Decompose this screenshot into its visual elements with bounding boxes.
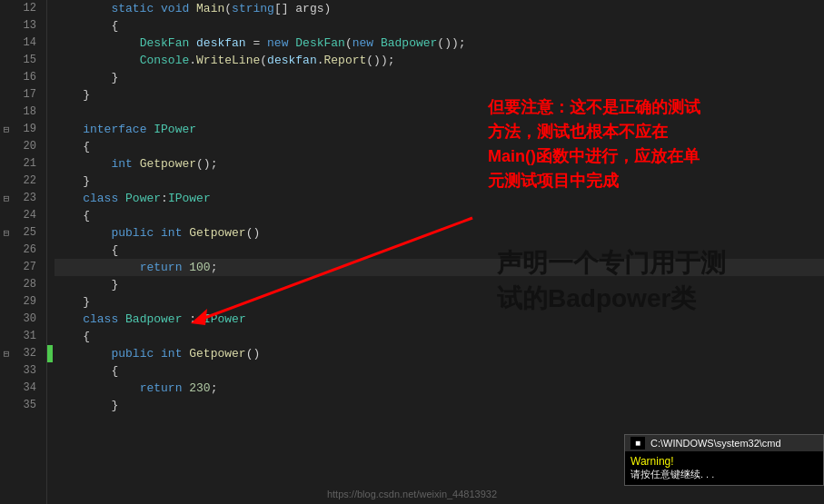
line-row: 30: [0, 311, 46, 328]
line-row: 20: [0, 138, 46, 155]
code-line-32: public int Getpower(): [55, 345, 824, 362]
line-indicator: [0, 380, 13, 397]
line-indicator: [0, 207, 13, 224]
terminal-title: C:\WINDOWS\system32\cmd: [650, 438, 781, 449]
line-indicator: [0, 397, 13, 414]
line-number: 18: [13, 104, 42, 121]
active-line-indicator: [47, 345, 53, 362]
line-row: 33: [0, 362, 46, 380]
line-indicator: [0, 35, 13, 52]
line-indicator: [0, 311, 13, 328]
code-editor: 12 13 14 15 16 17 18: [0, 0, 824, 504]
code-line-15: Console.WriteLine(deskfan.Report());: [55, 52, 824, 69]
line-number: 25: [13, 224, 42, 242]
code-line-14: DeskFan deskfan = new DeskFan(new Badpow…: [55, 35, 824, 52]
line-row: 24: [0, 207, 46, 224]
line-row: 15: [0, 52, 46, 69]
line-numbers: 12 13 14 15 16 17 18: [0, 0, 47, 504]
line-indicator: [0, 0, 13, 17]
line-row: ⊟ 32: [0, 345, 46, 362]
code-line-24: {: [55, 207, 824, 224]
code-line-25: public int Getpower(): [55, 224, 824, 242]
line-indicator: [0, 138, 13, 155]
line-number: 17: [13, 86, 42, 104]
line-indicator: [0, 242, 13, 259]
code-line-35: }: [55, 397, 824, 414]
code-lines: static void Main(string[] args) { DeskFa…: [47, 0, 824, 414]
terminal-warning: Warning!: [630, 455, 818, 468]
line-row: ⊟ 19: [0, 121, 46, 138]
code-line-34: return 230;: [55, 380, 824, 397]
line-number: 22: [13, 173, 42, 190]
line-number: 28: [13, 276, 42, 293]
line-row: 29: [0, 293, 46, 311]
line-indicator: [0, 17, 13, 35]
line-number: 13: [13, 17, 42, 35]
collapse-icon[interactable]: ⊟: [0, 224, 13, 242]
line-indicator: [0, 86, 13, 104]
line-row: 35: [0, 397, 46, 414]
collapse-icon[interactable]: ⊟: [0, 345, 13, 362]
line-indicator: [0, 293, 13, 311]
collapse-icon[interactable]: ⊟: [0, 190, 13, 207]
annotation-box-1: 但要注意：这不是正确的测试 方法，测试也根本不应在 Main()函数中进行，应放…: [488, 95, 815, 193]
line-row: 13: [0, 17, 46, 35]
line-row: 14: [0, 35, 46, 52]
code-line-12: static void Main(string[] args): [55, 0, 824, 17]
line-number: 35: [13, 397, 42, 414]
line-row: 26: [0, 242, 46, 259]
code-line-13: {: [55, 17, 824, 35]
line-row: 34: [0, 380, 46, 397]
terminal-popup: ■ C:\WINDOWS\system32\cmd Warning! 请按任意键…: [624, 434, 824, 486]
line-row: ⊟ 25: [0, 224, 46, 242]
line-number: 29: [13, 293, 42, 311]
line-number: 34: [13, 380, 42, 397]
code-line-31: {: [55, 328, 824, 345]
line-indicator: [0, 276, 13, 293]
line-row: 31: [0, 328, 46, 345]
line-number: 16: [13, 69, 42, 86]
line-number: 20: [13, 138, 42, 155]
line-row: 28: [0, 276, 46, 293]
line-indicator: [0, 69, 13, 86]
line-number: 12: [13, 0, 42, 17]
line-number: 15: [13, 52, 42, 69]
line-indicator: [0, 155, 13, 173]
line-number: 14: [13, 35, 42, 52]
terminal-body: Warning! 请按任意键继续. . .: [625, 451, 823, 485]
annotation-box-2: 声明一个专门用于测试的Badpower类: [497, 245, 815, 316]
line-row: 21: [0, 155, 46, 173]
code-line-16: }: [55, 69, 824, 86]
line-number: 21: [13, 155, 42, 173]
terminal-titlebar: ■ C:\WINDOWS\system32\cmd: [625, 435, 823, 451]
line-number: 32: [13, 345, 42, 362]
line-row: 12: [0, 0, 46, 17]
line-number: 31: [13, 328, 42, 345]
annotation-note-2: 声明一个专门用于测试的Badpower类: [497, 245, 815, 316]
line-number: 30: [13, 311, 42, 328]
line-row: 27: [0, 259, 46, 276]
line-number: 33: [13, 362, 42, 380]
collapse-icon[interactable]: ⊟: [0, 121, 13, 138]
line-number: 24: [13, 207, 42, 224]
line-indicator: [0, 104, 13, 121]
annotation-note-1: 但要注意：这不是正确的测试 方法，测试也根本不应在 Main()函数中进行，应放…: [488, 95, 815, 193]
code-line-33: {: [55, 362, 824, 380]
line-number: 26: [13, 242, 42, 259]
line-indicator: [0, 362, 13, 380]
terminal-cmd-icon: ■: [630, 437, 645, 450]
line-indicator: [0, 52, 13, 69]
line-row: ⊟ 23: [0, 190, 46, 207]
line-indicator: [0, 259, 13, 276]
line-row: 22: [0, 173, 46, 190]
line-indicator: [0, 173, 13, 190]
line-row: 16: [0, 69, 46, 86]
line-row: 17: [0, 86, 46, 104]
watermark: https://blog.csdn.net/weixin_44813932: [327, 489, 497, 499]
terminal-prompt: 请按任意键继续. . .: [630, 468, 818, 481]
line-number: 27: [13, 259, 42, 276]
line-number: 23: [13, 190, 42, 207]
line-number: 19: [13, 121, 42, 138]
line-indicator: [0, 328, 13, 345]
line-row: 18: [0, 104, 46, 121]
